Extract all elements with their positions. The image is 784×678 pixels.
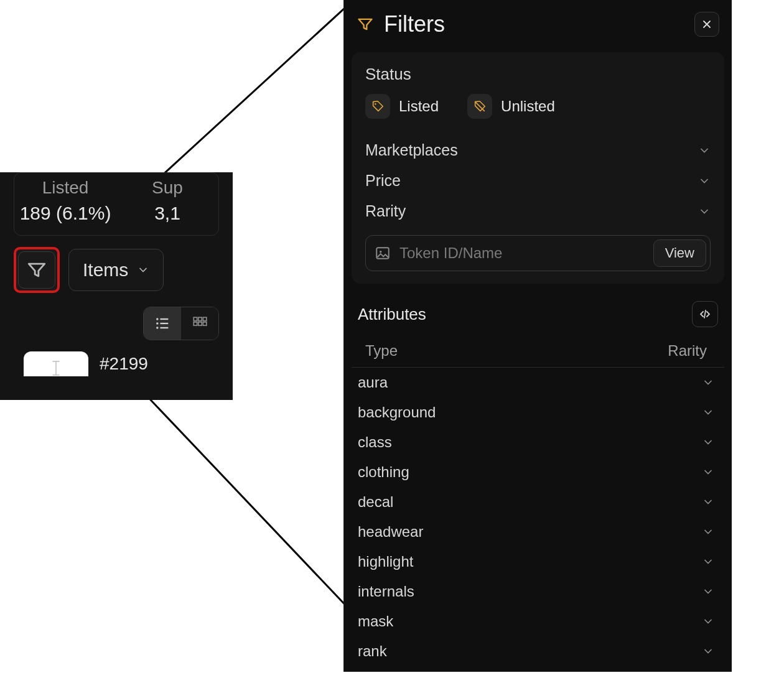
attribute-label: decal	[358, 493, 393, 511]
filter-icon	[357, 16, 374, 33]
attribute-row-class[interactable]: class	[352, 427, 724, 457]
chevron-down-icon	[702, 436, 714, 448]
svg-rect-8	[203, 317, 206, 320]
section-label: Marketplaces	[365, 141, 458, 159]
stat-value: 189 (6.1%)	[14, 203, 116, 224]
col-rarity: Rarity	[668, 342, 707, 360]
chevron-down-icon	[702, 406, 714, 419]
chevron-down-icon	[702, 466, 714, 478]
section-marketplaces[interactable]: Marketplaces	[365, 135, 711, 165]
attribute-row-mask[interactable]: mask	[352, 606, 724, 636]
view-toggle	[143, 307, 219, 340]
chevron-down-icon	[698, 175, 711, 187]
filter-toggle-highlight	[14, 247, 60, 293]
filters-title: Filters	[384, 11, 445, 37]
attribute-label: mask	[358, 613, 393, 630]
list-icon	[154, 315, 171, 332]
attribute-label: aura	[358, 374, 388, 391]
status-row: Listed Unlisted	[365, 94, 711, 119]
chevron-down-icon	[698, 205, 711, 218]
close-icon	[701, 18, 713, 30]
svg-rect-13	[376, 248, 389, 258]
view-button[interactable]: View	[653, 239, 706, 267]
status-unlisted[interactable]: Unlisted	[467, 94, 555, 119]
chevron-down-icon	[702, 585, 714, 598]
attribute-row-background[interactable]: background	[352, 397, 724, 427]
chevron-down-icon	[702, 526, 714, 538]
item-row[interactable]: #2199	[0, 340, 233, 376]
attributes-table-head: Type Rarity	[352, 336, 724, 368]
tag-off-icon	[473, 100, 487, 113]
chevron-down-icon	[698, 144, 711, 157]
cursor-caret-icon	[50, 360, 62, 376]
attribute-label: background	[358, 404, 436, 421]
attribute-row-rank[interactable]: rank	[352, 636, 724, 666]
grid-view-button[interactable]	[181, 307, 218, 340]
attribute-row-internals[interactable]: internals	[352, 577, 724, 606]
list-view-button[interactable]	[144, 307, 181, 340]
controls-row: Items	[0, 247, 233, 293]
stat-value: 3,1	[116, 203, 218, 224]
chevron-down-icon	[702, 615, 714, 628]
attribute-row-headwear[interactable]: headwear	[352, 517, 724, 547]
items-dropdown-label: Items	[83, 259, 128, 281]
section-label: Price	[365, 172, 401, 190]
svg-point-4	[156, 327, 159, 329]
attribute-label: internals	[358, 583, 414, 600]
stat-label: Listed	[14, 178, 116, 198]
chevron-down-icon	[702, 376, 714, 389]
stat-label: Sup	[116, 178, 218, 198]
col-type: Type	[365, 342, 398, 360]
view-toggle-row	[0, 293, 233, 340]
svg-rect-3	[161, 323, 169, 324]
section-price[interactable]: Price	[365, 165, 711, 196]
stat-supply: Sup 3,1	[116, 178, 218, 224]
status-label: Listed	[399, 98, 439, 115]
attribute-label: clothing	[358, 463, 409, 481]
attributes-header: Attributes	[344, 284, 732, 336]
attribute-label: class	[358, 434, 392, 451]
attributes-title: Attributes	[358, 305, 426, 324]
svg-point-14	[380, 251, 381, 253]
code-icon	[698, 307, 712, 322]
attribute-row-highlight[interactable]: highlight	[352, 547, 724, 577]
status-label: Unlisted	[501, 98, 555, 115]
filter-toggle-button[interactable]	[18, 251, 55, 289]
status-listed[interactable]: Listed	[365, 94, 439, 119]
svg-rect-9	[194, 322, 197, 325]
section-rarity[interactable]: Rarity	[365, 196, 711, 226]
token-id-input[interactable]	[399, 244, 645, 262]
stat-listed: Listed 189 (6.1%)	[14, 178, 116, 224]
image-icon	[375, 245, 391, 261]
chevron-down-icon	[702, 555, 714, 568]
filters-body: Status Listed Unlisted	[352, 52, 724, 284]
attribute-row-decal[interactable]: decal	[352, 487, 724, 517]
section-label: Rarity	[365, 202, 406, 220]
svg-rect-1	[161, 318, 169, 320]
collection-preview-panel: Listed 189 (6.1%) Sup 3,1 Items	[0, 172, 233, 400]
attribute-row-clothing[interactable]: clothing	[352, 457, 724, 487]
chevron-down-icon	[137, 264, 149, 276]
attribute-label: rank	[358, 643, 387, 660]
attribute-row-aura[interactable]: aura	[352, 368, 724, 397]
svg-rect-5	[161, 327, 169, 328]
status-section-label: Status	[365, 65, 711, 84]
svg-rect-7	[198, 317, 202, 320]
grid-icon	[192, 315, 208, 332]
attribute-label: headwear	[358, 523, 423, 541]
close-button[interactable]	[694, 12, 719, 37]
items-dropdown[interactable]: Items	[68, 249, 164, 291]
svg-rect-11	[203, 322, 206, 325]
item-thumbnail	[24, 351, 88, 376]
chevron-down-icon	[702, 645, 714, 657]
item-id-label: #2199	[100, 354, 148, 374]
svg-rect-10	[198, 322, 202, 325]
filter-icon	[26, 259, 47, 281]
svg-point-12	[375, 103, 376, 105]
token-search-row: View	[365, 235, 711, 271]
attributes-list: aurabackgroundclassclothingdecalheadwear…	[352, 368, 724, 666]
svg-rect-6	[194, 317, 197, 320]
code-button[interactable]	[692, 301, 718, 327]
tag-icon	[371, 100, 385, 113]
attribute-label: highlight	[358, 553, 413, 570]
